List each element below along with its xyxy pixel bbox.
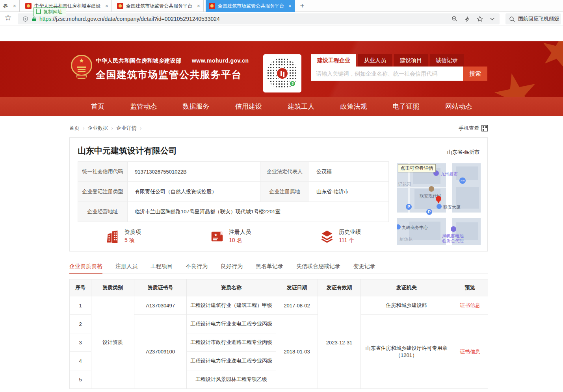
search-tab-project[interactable]: 建设项目 <box>394 54 428 67</box>
chevron-down-icon[interactable] <box>490 17 495 21</box>
cell-authority: 住房和城乡建设部 <box>361 296 452 315</box>
favorite-star-icon[interactable] <box>477 16 483 22</box>
col-header-index: 序号 <box>70 279 91 296</box>
tab-blacklist[interactable]: 黑名单记录 <box>256 263 283 274</box>
search-input[interactable] <box>311 67 463 81</box>
search-tab-enterprise[interactable]: 建设工程企业 <box>311 54 356 67</box>
tab-projects[interactable]: 工程项目 <box>151 263 173 274</box>
breadcrumb-company-data[interactable]: 企业数据 <box>87 125 116 132</box>
tab-favicon-emblem-icon <box>117 3 123 9</box>
tab-change-records[interactable]: 变更记录 <box>353 263 375 274</box>
ministry-name: 中华人民共和国住房和城乡建设部 <box>96 57 182 64</box>
shield-icon[interactable] <box>22 16 28 22</box>
url-text: ://jzsc.mohurd.gov.cn/data/company/detai… <box>51 16 219 22</box>
svg-text:★: ★ <box>214 233 217 237</box>
poi-label: 临沂总代理 <box>442 238 464 244</box>
close-icon[interactable]: × <box>13 3 16 9</box>
cell-qual-name: 工程设计电力行业送电工程专业丙级 <box>187 352 276 370</box>
stat-value: 5 项 <box>124 237 141 244</box>
page-content: 首页 企业数据 企业详情 手机查看 山东中元建筑设计有限公司 山东省-临沂市 统… <box>69 116 488 389</box>
zoom-out-icon[interactable] <box>452 16 458 22</box>
col-header-valid-until: 发证有效期 <box>318 279 361 296</box>
nav-item-site-news[interactable]: 网站动态 <box>445 97 472 116</box>
browser-tab-active[interactable]: 全国建筑市场监管公共服务平台 × <box>206 0 295 12</box>
stat-registered-personnel[interactable]: ★ 注册人员 10 名 <box>210 229 251 244</box>
nav-item-policy[interactable]: 政策法规 <box>340 97 367 116</box>
bookmark-star-icon[interactable]: ☆ <box>4 13 12 22</box>
location-map[interactable]: 点击可查看详情 九州超市 ATM 记花园 联安现代城 联安大厦 P P 九峰商务… <box>397 163 481 245</box>
stat-value: 10 名 <box>229 237 251 244</box>
qr-center-logo <box>276 67 288 80</box>
table-row: 1 设计资质 A137030497 工程设计建筑行业（建筑工程）甲级 2017-… <box>70 296 488 315</box>
address-bar[interactable]: https://jzsc.mohurd.gov.cn/data/company/… <box>18 13 500 24</box>
nav-item-credit[interactable]: 信用建设 <box>235 97 262 116</box>
tab-registered-personnel[interactable]: 注册人员 <box>115 263 137 274</box>
legal-person-value: 公茂福 <box>309 162 389 182</box>
map-block <box>409 222 440 240</box>
browser-tab-jzsc[interactable]: 全国建筑市场监管公共服务平台 × <box>114 0 204 12</box>
search-tab-credit[interactable]: 诚信记录 <box>430 54 464 67</box>
close-icon[interactable]: × <box>105 3 108 9</box>
stat-qualifications[interactable]: 资质项 5 项 <box>105 229 141 244</box>
company-panel: 山东中元建筑设计有限公司 山东省-临沂市 统一社会信用代码 9137130267… <box>69 137 488 251</box>
close-icon[interactable]: × <box>197 3 200 9</box>
main-nav: 首页 监管动态 数据服务 信用建设 建筑工人 政策法规 电子证照 网站动态 <box>0 97 563 116</box>
search-tab-personnel[interactable]: 从业人员 <box>358 54 392 67</box>
col-header-preview: 预览 <box>452 279 488 296</box>
col-header-authority: 发证机关 <box>361 279 452 296</box>
nav-item-e-license[interactable]: 电子证照 <box>393 97 420 116</box>
banner-star-decoration <box>491 69 542 97</box>
poi-label: 联安大厦 <box>443 204 461 210</box>
table-row: 企业登记注册类型 有限责任公司（自然人投资或控股） 企业注册属地 山东省-临沂市 <box>78 182 389 202</box>
mobile-view-button[interactable]: 手机查看 <box>459 125 488 132</box>
qr-code-icon <box>481 125 488 131</box>
field-label: 企业注册属地 <box>260 182 309 202</box>
qr-wechat-icon: S <box>289 80 296 87</box>
stat-historical-performance[interactable]: 历史业绩 111 个 <box>320 229 361 244</box>
quick-search-box[interactable]: 国航回应飞机颠簸 <box>505 13 561 24</box>
tab-dishonesty-records[interactable]: 失信联合惩戒记录 <box>296 263 340 274</box>
nav-item-supervision[interactable]: 监管动态 <box>130 97 157 116</box>
building-poi-icon <box>437 204 442 209</box>
col-header-name: 资质名称 <box>187 279 276 296</box>
poi-label: 新华苑 <box>399 237 412 242</box>
cell-index: 1 <box>70 296 91 315</box>
qr-code: S <box>263 54 301 92</box>
cell-qual-name: 工程设计建筑行业（建筑工程）甲级 <box>187 296 276 315</box>
cell-index: 4 <box>70 352 91 370</box>
layers-icon <box>320 229 334 244</box>
cell-valid-until: 2023-12-31 <box>318 296 361 389</box>
company-info-table: 统一社会信用代码 91371302675501022B 企业法定代表人 公茂福 … <box>78 161 389 222</box>
battery-poi-icon <box>451 226 456 232</box>
certificate-info-link[interactable]: 证书信息 <box>460 302 480 308</box>
header-search: 建设工程企业 从业人员 建设项目 诚信记录 搜索 <box>311 54 487 81</box>
close-icon[interactable]: × <box>288 3 292 9</box>
cell-index: 3 <box>70 333 91 352</box>
tab-qualifications[interactable]: 企业资质资格 <box>69 263 102 274</box>
nav-item-workers[interactable]: 建筑工人 <box>288 97 314 116</box>
nav-item-home[interactable]: 首页 <box>91 97 104 116</box>
breadcrumb-company-detail[interactable]: 企业详情 <box>116 125 145 132</box>
col-header-cert-no: 资质证书号 <box>134 279 187 296</box>
breadcrumb-home[interactable]: 首页 <box>69 125 87 132</box>
certificate-info-link[interactable]: 证书信息 <box>460 349 480 355</box>
qualification-table: 序号 资质类别 资质证书号 资质名称 发证日期 发证有效期 发证机关 预览 1 … <box>69 279 488 389</box>
flash-icon[interactable] <box>465 16 470 22</box>
platform-title: 全国建筑市场监管公共服务平台 <box>96 68 249 81</box>
new-tab-button[interactable]: + <box>297 1 307 11</box>
search-button[interactable]: 搜索 <box>463 67 487 81</box>
cell-index: 5 <box>70 370 91 389</box>
browser-tab-partial[interactable]: 界 × <box>0 0 20 12</box>
cell-index: 2 <box>70 315 91 333</box>
cell-category: 设计资质 <box>91 296 134 389</box>
cell-qual-name: 工程设计电力行业变电工程专业丙级 <box>187 315 276 333</box>
cell-preview: 证书信息 <box>452 296 488 315</box>
nav-item-data-service[interactable]: 数据服务 <box>183 97 210 116</box>
tab-good-behavior[interactable]: 良好行为 <box>221 263 243 274</box>
stat-label: 注册人员 <box>229 229 251 236</box>
emblem-star-icon: ★ <box>72 57 91 64</box>
tab-bad-behavior[interactable]: 不良行为 <box>186 263 208 274</box>
col-header-category: 资质类别 <box>91 279 134 296</box>
map-pin-icon <box>436 196 441 202</box>
registration-region-value: 山东省-临沂市 <box>309 182 389 202</box>
